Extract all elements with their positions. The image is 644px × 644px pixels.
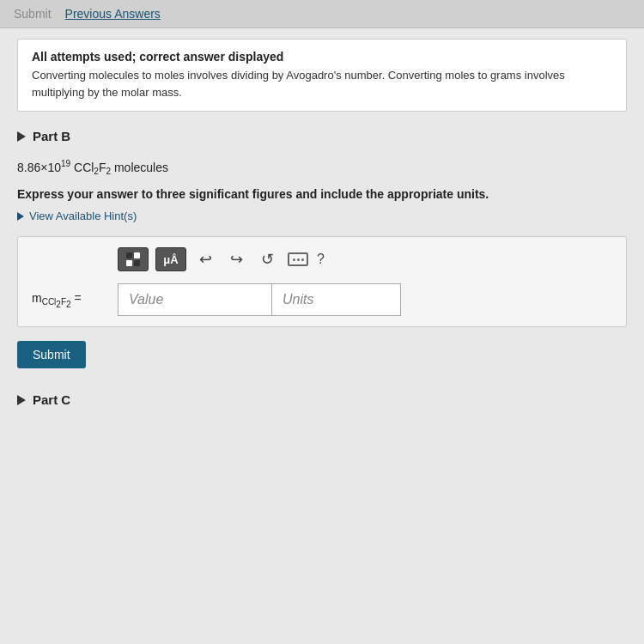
input-area-box: μÅ ↩ ↪ ↺: [17, 236, 627, 327]
part-b-label: Part B: [33, 129, 70, 143]
express-instruction: Express your answer to three significant…: [17, 187, 627, 201]
keyboard-dot-2: [297, 258, 300, 261]
hint-label: View Available Hint(s): [29, 210, 137, 222]
part-c-label: Part C: [33, 392, 70, 407]
feedback-title: All attempts used; correct answer displa…: [32, 50, 612, 64]
keyboard-icon: [288, 252, 308, 266]
main-content: All attempts used; correct answer displa…: [0, 28, 644, 644]
part-c-triangle: [17, 395, 26, 405]
help-button[interactable]: ?: [317, 252, 325, 267]
formula-grid-button[interactable]: [118, 247, 149, 271]
redo-button[interactable]: ↪: [224, 247, 248, 271]
grid-cell-4: [134, 260, 140, 266]
feedback-text: Converting molecules to moles involves d…: [32, 67, 612, 100]
grid-icon: [126, 252, 140, 266]
problem-statement: 8.86×1019 CCl2F2 molecules: [17, 157, 627, 179]
grid-cell-3: [126, 260, 132, 266]
submit-button[interactable]: Submit: [17, 341, 86, 368]
keyboard-button[interactable]: [286, 247, 310, 271]
mu-angstrom-button[interactable]: μÅ: [155, 247, 186, 271]
keyboard-dot-3: [301, 258, 304, 261]
part-b-header[interactable]: Part B: [17, 129, 627, 143]
units-input[interactable]: Units: [272, 283, 401, 316]
undo-button[interactable]: ↩: [193, 247, 217, 271]
grid-cell-1: [126, 252, 132, 258]
toolbar: μÅ ↩ ↪ ↺: [32, 247, 612, 271]
top-bar: Submit Previous Answers: [0, 0, 644, 28]
input-label: mCCl2F2 =: [32, 291, 109, 310]
feedback-box: All attempts used; correct answer displa…: [17, 39, 627, 112]
value-input[interactable]: Value: [118, 283, 272, 316]
input-row: mCCl2F2 = Value Units: [32, 283, 612, 316]
keyboard-dot-1: [293, 258, 295, 261]
submit-label: Submit: [14, 7, 52, 21]
part-b-triangle: [17, 131, 26, 142]
grid-cell-2: [134, 252, 140, 258]
part-c-header[interactable]: Part C: [17, 392, 627, 407]
previous-answers-link[interactable]: Previous Answers: [65, 7, 161, 21]
hint-link[interactable]: View Available Hint(s): [17, 210, 627, 222]
reset-button[interactable]: ↺: [255, 247, 279, 271]
hint-triangle-icon: [17, 212, 24, 221]
keyboard-dots: [293, 258, 304, 261]
